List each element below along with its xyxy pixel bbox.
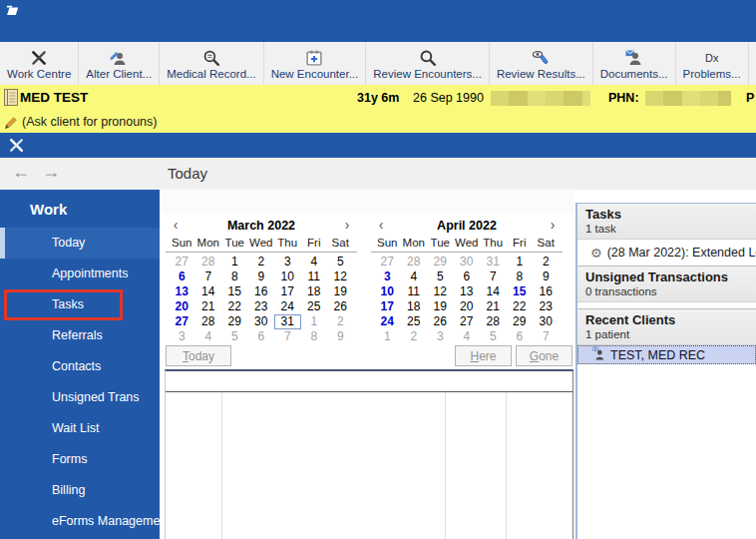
day-cell[interactable]: 3 (274, 255, 301, 270)
day-cell[interactable]: 18 (401, 299, 428, 314)
day-cell[interactable]: 28 (195, 255, 222, 270)
day-cell[interactable]: 30 (454, 255, 481, 270)
day-cell[interactable]: 26 (327, 299, 354, 314)
home-button[interactable] (410, 193, 430, 212)
day-cell[interactable]: 4 (301, 255, 328, 270)
day-cell[interactable]: 4 (195, 329, 222, 344)
day-cell[interactable]: 20 (169, 299, 195, 314)
day-cell[interactable]: 13 (454, 284, 481, 299)
day-cell[interactable]: 4 (401, 270, 428, 284)
day-cell[interactable]: 22 (221, 299, 248, 314)
sidebar-item-eforms-management[interactable]: eForms Management (0, 506, 160, 537)
day-cell[interactable]: 1 (374, 329, 401, 344)
medical-record-button[interactable]: Medical Record... (160, 42, 263, 85)
edit-pronouns-icon[interactable] (4, 115, 19, 130)
day-cell[interactable]: 6 (454, 270, 481, 284)
day-cell[interactable]: 26 (427, 314, 454, 329)
assign-client-button[interactable] (221, 193, 241, 212)
day-cell[interactable]: 3 (169, 329, 195, 344)
day-cell[interactable]: 27 (169, 255, 195, 270)
day-cell[interactable]: 12 (327, 270, 354, 284)
sidebar-item-billing[interactable]: Billing (0, 475, 160, 506)
day-cell[interactable]: 28 (480, 314, 507, 329)
day-cell[interactable]: 1 (507, 255, 534, 270)
day-cell[interactable]: 5 (221, 329, 248, 344)
today-button[interactable]: Today (166, 345, 231, 366)
day-cell[interactable]: 12 (427, 284, 454, 299)
documents-button[interactable]: Documents... (593, 42, 676, 85)
day-cell[interactable]: 3 (374, 270, 401, 284)
add-appointment-button[interactable] (168, 193, 188, 212)
day-cell[interactable]: 15 (507, 284, 534, 299)
back-arrow-icon[interactable]: ← (12, 162, 30, 183)
day-cell[interactable]: 10 (274, 270, 301, 284)
day-cell[interactable]: 14 (195, 284, 222, 299)
day-cell[interactable]: 24 (274, 299, 301, 314)
separator[interactable] (248, 193, 268, 212)
review-results-button[interactable]: Review Results... (490, 42, 593, 85)
sidebar-item-appointments[interactable]: Appointments (0, 259, 160, 289)
day-cell[interactable]: 9 (327, 329, 354, 344)
day-cell[interactable]: 16 (248, 284, 275, 299)
day-cell[interactable]: 5 (327, 255, 354, 270)
day-cell[interactable]: 10 (374, 284, 401, 299)
sidebar-item-wait-list[interactable]: Wait List (0, 413, 160, 444)
day-cell[interactable]: 24 (374, 314, 401, 329)
day-cell[interactable]: 2 (533, 255, 560, 270)
sidebar-item-unsigned-trans[interactable]: Unsigned Trans (0, 382, 160, 413)
day-cell[interactable]: 7 (274, 329, 301, 344)
sidebar-item-referrals[interactable]: Referrals (0, 320, 160, 351)
edit-button[interactable] (194, 193, 214, 212)
tools-icon[interactable] (8, 137, 25, 154)
day-cell[interactable]: 6 (507, 329, 534, 344)
day-cell[interactable]: 27 (169, 314, 195, 329)
day-cell[interactable]: 22 (507, 299, 534, 314)
day-cell[interactable]: 23 (248, 299, 275, 314)
medications-button[interactable]: m Medi (749, 42, 756, 85)
day-cell[interactable]: 20 (454, 299, 481, 314)
day-cell[interactable]: 28 (195, 314, 222, 329)
day-cell[interactable]: 8 (221, 270, 248, 284)
day-cell[interactable]: 4 (454, 329, 481, 344)
sidebar-item-forms[interactable]: Forms (0, 444, 160, 475)
alter-client-button[interactable]: Alter Client... (79, 42, 160, 85)
day-cell[interactable]: 9 (533, 270, 560, 284)
day-cell[interactable]: 27 (374, 255, 401, 270)
here-button[interactable]: Here (455, 345, 512, 366)
day-cell[interactable]: 18 (301, 284, 328, 299)
day-cell[interactable]: 7 (480, 270, 507, 284)
refresh-button[interactable] (275, 193, 295, 212)
day-cell[interactable]: 29 (221, 314, 248, 329)
problems-button[interactable]: Dx Problems... (676, 42, 749, 85)
day-cell[interactable]: 5 (480, 329, 507, 344)
day-cell[interactable]: 23 (533, 299, 560, 314)
calendar-next-icon[interactable]: › (547, 217, 559, 234)
day-cell[interactable]: 25 (401, 314, 428, 329)
review-encounters-button[interactable]: Review Encounters... (366, 42, 490, 85)
day-cell[interactable]: 19 (427, 299, 454, 314)
day-cell[interactable]: 19 (327, 284, 354, 299)
day-cell[interactable]: 21 (480, 299, 507, 314)
day-cell[interactable]: 1 (221, 255, 248, 270)
gone-button[interactable]: Gone (516, 345, 572, 366)
day-cell[interactable]: 11 (301, 270, 328, 284)
day-cell[interactable]: 6 (248, 329, 275, 344)
day-cell[interactable]: 30 (533, 314, 560, 329)
sidebar-item-today[interactable]: Today (0, 228, 160, 259)
day-cell[interactable]: 27 (454, 314, 481, 329)
day-cell[interactable]: 1 (301, 314, 328, 329)
work-week-view-button[interactable] (356, 193, 376, 212)
day-cell[interactable]: 5 (427, 270, 454, 284)
day-cell[interactable]: 2 (327, 314, 354, 329)
day-cell[interactable]: 17 (374, 299, 401, 314)
day-cell[interactable]: 14 (480, 284, 507, 299)
day-cell[interactable]: 7 (533, 329, 560, 344)
day-view-button[interactable] (329, 193, 349, 212)
day-cell[interactable]: 15 (221, 284, 248, 299)
day-cell[interactable]: 31 (274, 314, 301, 329)
work-centre-button[interactable]: Work Centre (0, 42, 79, 85)
day-cell[interactable]: 13 (169, 284, 195, 299)
day-cell[interactable]: 29 (507, 314, 534, 329)
day-cell[interactable]: 16 (533, 284, 560, 299)
day-cell[interactable]: 31 (480, 255, 507, 270)
